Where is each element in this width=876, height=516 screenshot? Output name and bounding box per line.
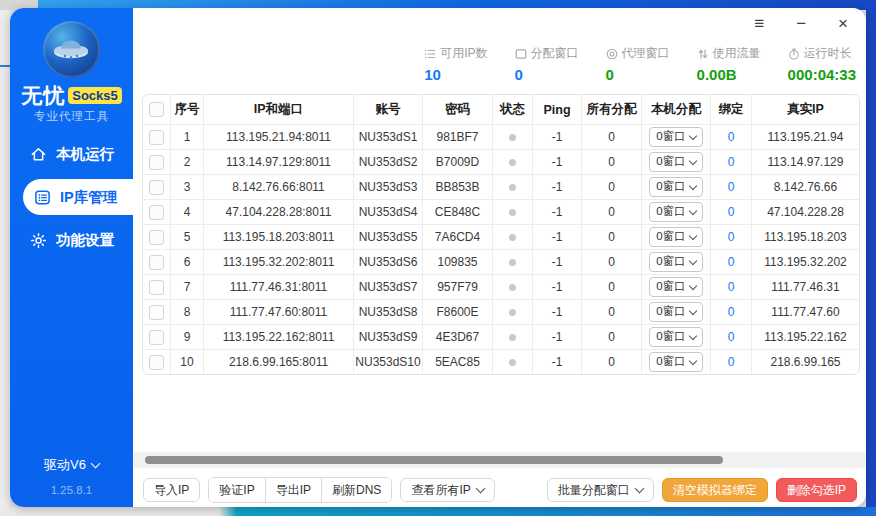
row-checkbox[interactable]	[149, 255, 164, 270]
sidebar-item-home[interactable]: 本机运行	[10, 136, 133, 172]
close-icon[interactable]: ×	[838, 15, 848, 33]
row-index: 3	[171, 175, 204, 199]
bind-count-link[interactable]: 0	[728, 230, 735, 244]
row-checkbox[interactable]	[149, 305, 164, 320]
row-checkbox[interactable]	[149, 180, 164, 195]
bind-count-link[interactable]: 0	[728, 205, 735, 219]
local-assign-cell: 0窗口	[642, 325, 711, 349]
driver-selector[interactable]: 驱动V6	[10, 456, 133, 474]
row-checkbox-cell	[143, 275, 171, 299]
account: NU353dS4	[354, 200, 423, 224]
account: NU353dS9	[354, 325, 423, 349]
column-header: 账号	[354, 95, 423, 124]
chevron-down-icon	[688, 231, 696, 239]
bind-count-link[interactable]: 0	[728, 180, 735, 194]
local-assign-select[interactable]: 0窗口	[649, 177, 702, 197]
menu-icon[interactable]: ≡	[754, 15, 764, 33]
chevron-down-icon	[688, 181, 696, 189]
column-header: IP和端口	[204, 95, 354, 124]
status-cell	[493, 175, 533, 199]
stat-item: 运行时长000:04:33	[788, 45, 856, 83]
bind-cell: 0	[711, 350, 752, 374]
account: NU353dS7	[354, 275, 423, 299]
stat-item: 可用IP数10	[424, 45, 487, 83]
status-dot-icon	[509, 134, 516, 141]
status-cell	[493, 275, 533, 299]
real-ip: 218.6.99.165	[752, 350, 859, 374]
local-assign-select[interactable]: 0窗口	[649, 152, 702, 172]
horizontal-scrollbar[interactable]	[133, 452, 866, 468]
row-checkbox[interactable]	[149, 280, 164, 295]
column-header: Ping	[533, 95, 582, 124]
refresh-dns-button[interactable]: 刷新DNS	[322, 478, 391, 502]
brand-badge: Socks5	[68, 87, 122, 104]
sidebar-item-gear[interactable]: 功能设置	[10, 222, 133, 258]
local-assign-select[interactable]: 0窗口	[649, 252, 702, 272]
table-row: 6113.195.32.202:8011NU353dS6109835-100窗口…	[143, 250, 859, 275]
verify-ip-button[interactable]: 验证IP	[209, 478, 265, 502]
row-index: 7	[171, 275, 204, 299]
export-ip-button[interactable]: 导出IP	[266, 478, 322, 502]
row-checkbox[interactable]	[149, 130, 164, 145]
clear-emulator-binding-button[interactable]: 清空模拟器绑定	[662, 478, 768, 502]
column-header: 真实IP	[752, 95, 859, 124]
password: 7A6CD4	[423, 225, 493, 249]
chevron-down-icon	[688, 256, 696, 264]
local-assign-cell: 0窗口	[642, 175, 711, 199]
chevron-down-icon	[688, 131, 696, 139]
bind-count-link[interactable]: 0	[728, 355, 735, 369]
chevron-down-icon	[688, 331, 696, 339]
bind-count-link[interactable]: 0	[728, 155, 735, 169]
sidebar-item-label: 本机运行	[56, 145, 114, 164]
bind-count-link[interactable]: 0	[728, 130, 735, 144]
import-ip-button[interactable]: 导入IP	[143, 478, 200, 502]
local-assign-select[interactable]: 0窗口	[649, 202, 702, 222]
bind-count-link[interactable]: 0	[728, 255, 735, 269]
ip-library-icon	[34, 189, 51, 206]
ip-and-port: 113.195.32.202:8011	[204, 250, 354, 274]
column-header: 序号	[171, 95, 204, 124]
real-ip: 113.195.18.203	[752, 225, 859, 249]
background-right-strip	[866, 10, 876, 507]
local-assign-value: 0窗口	[656, 254, 685, 269]
column-header: 密码	[423, 95, 493, 124]
delete-checked-ip-button[interactable]: 删除勾选IP	[776, 478, 857, 502]
row-checkbox[interactable]	[149, 355, 164, 370]
row-checkbox[interactable]	[149, 230, 164, 245]
scrollbar-thumb[interactable]	[145, 456, 723, 464]
password: 4E3D67	[423, 325, 493, 349]
local-assign-cell: 0窗口	[642, 125, 711, 149]
local-assign-select[interactable]: 0窗口	[649, 227, 702, 247]
view-all-ip-dropdown[interactable]: 查看所有IP	[400, 478, 494, 502]
all-assign-count: 0	[582, 350, 642, 374]
ping-value: -1	[533, 200, 582, 224]
local-assign-cell: 0窗口	[642, 275, 711, 299]
all-assign-count: 0	[582, 125, 642, 149]
row-checkbox[interactable]	[149, 155, 164, 170]
chevron-down-icon	[475, 483, 485, 493]
local-assign-value: 0窗口	[656, 304, 685, 319]
local-assign-select[interactable]: 0窗口	[649, 277, 702, 297]
select-all-checkbox[interactable]	[149, 102, 164, 117]
row-checkbox[interactable]	[149, 205, 164, 220]
row-checkbox[interactable]	[149, 330, 164, 345]
real-ip: 111.77.46.31	[752, 275, 859, 299]
ip-and-port: 47.104.228.28:8011	[204, 200, 354, 224]
minimize-icon[interactable]: −	[796, 15, 806, 33]
bind-count-link[interactable]: 0	[728, 280, 735, 294]
sidebar-item-ip-library[interactable]: IP库管理	[23, 179, 133, 215]
local-assign-select[interactable]: 0窗口	[649, 302, 702, 322]
batch-assign-window-dropdown[interactable]: 批量分配窗口	[547, 478, 654, 502]
list-icon	[424, 48, 436, 60]
bind-count-link[interactable]: 0	[728, 305, 735, 319]
password: 109835	[423, 250, 493, 274]
local-assign-select[interactable]: 0窗口	[649, 352, 702, 372]
screen: 无忧Socks5 专业代理工具 本机运行IP库管理功能设置 驱动V6 1.25.…	[0, 0, 876, 516]
status-dot-icon	[509, 184, 516, 191]
chevron-down-icon	[91, 458, 101, 468]
local-assign-select[interactable]: 0窗口	[649, 327, 702, 347]
local-assign-select[interactable]: 0窗口	[649, 127, 702, 147]
bind-count-link[interactable]: 0	[728, 330, 735, 344]
local-assign-cell: 0窗口	[642, 350, 711, 374]
view-all-ip-label: 查看所有IP	[411, 482, 470, 499]
